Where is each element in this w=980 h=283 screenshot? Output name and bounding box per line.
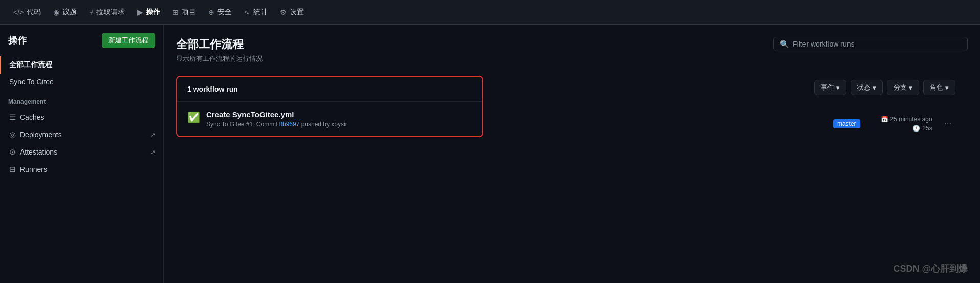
role-filter-button[interactable]: 角色 ▾ [923,80,955,95]
nav-pullrequests[interactable]: ⑂ 拉取请求 [84,5,130,20]
run-row-right: master 📅 25 minutes ago 🕐 25s ··· [508,116,955,132]
sidebar: 操作 新建工作流程 全部工作流程 Sync To Gitee Managemen… [0,25,164,283]
status-filter-button[interactable]: 状态 ▾ [851,80,883,95]
settings-icon: ⚙ [280,8,287,16]
run-duration-row: 🕐 25s [912,125,932,132]
run-time-ago-row: 📅 25 minutes ago [881,116,932,123]
deployments-icon: ◎ [9,130,16,139]
workflow-runs-box: 1 workflow run ✅ Create SyncToGitee.yml … [176,76,483,137]
nav-settings[interactable]: ⚙ 设置 [275,5,309,20]
sidebar-item-runners[interactable]: ⊟ Runners [0,161,163,178]
status-chevron-icon: ▾ [873,84,876,92]
main-content: 全部工作流程 显示所有工作流程的运行情况 🔍 1 workflow run ✅ … [164,25,980,283]
code-icon: </> [13,8,24,16]
filter-workflow-input[interactable] [793,40,961,48]
runs-list-header: 事件 ▾ 状态 ▾ 分支 ▾ 角色 ▾ [508,76,955,101]
attestations-icon: ⊙ [9,147,16,157]
new-workflow-button[interactable]: 新建工作流程 [102,33,155,48]
event-filter-button[interactable]: 事件 ▾ [814,80,846,95]
branch-badge: master [833,119,860,128]
page-layout: 操作 新建工作流程 全部工作流程 Sync To Gitee Managemen… [0,25,980,283]
issues-icon: ◉ [53,8,59,16]
filter-search-box[interactable]: 🔍 [773,37,968,51]
run-more-button[interactable]: ··· [941,117,955,130]
main-title-block: 全部工作流程 显示所有工作流程的运行情况 [176,37,263,63]
nav-code[interactable]: </> 代码 [8,5,46,20]
search-icon: 🔍 [780,40,789,48]
runners-icon: ⊟ [9,165,16,174]
sidebar-item-all-workflows[interactable]: 全部工作流程 [0,56,163,74]
nav-projects[interactable]: ⊞ 项目 [167,5,201,20]
nav-insights[interactable]: ∿ 统计 [239,5,273,20]
sidebar-item-deployments[interactable]: ◎ Deployments ↗ [0,126,163,143]
page-subtitle: 显示所有工作流程的运行情况 [176,54,263,63]
run-commit-link[interactable]: ffb9697 [279,121,300,128]
role-chevron-icon: ▾ [945,84,949,92]
page-title: 全部工作流程 [176,37,263,52]
nav-actions[interactable]: ▶ 操作 [132,5,165,20]
branch-filter-button[interactable]: 分支 ▾ [887,80,919,95]
insights-icon: ∿ [244,8,250,16]
actions-icon: ▶ [137,8,143,16]
top-nav: </> 代码 ◉ 议题 ⑂ 拉取请求 ▶ 操作 ⊞ 项目 ⊕ 安全 ∿ 统计 ⚙… [0,0,980,25]
sidebar-header: 操作 新建工作流程 [0,33,163,56]
sidebar-item-caches[interactable]: ☰ Caches [0,108,163,126]
main-header: 全部工作流程 显示所有工作流程的运行情况 🔍 [176,37,968,63]
caches-icon: ☰ [9,113,16,122]
deployments-external-icon: ↗ [150,132,155,138]
calendar-icon: 📅 [881,116,888,123]
sidebar-item-attestations[interactable]: ⊙ Attestations ↗ [0,143,163,161]
workflow-run-count: 1 workflow run [177,77,482,102]
branch-chevron-icon: ▾ [909,84,912,92]
clock-icon: 🕐 [912,125,920,132]
projects-icon: ⊞ [172,8,179,16]
sidebar-item-sync-to-gitee[interactable]: Sync To Gitee [0,74,163,90]
sidebar-title: 操作 [8,34,27,47]
attestations-external-icon: ↗ [150,149,155,156]
workflow-run-item: ✅ Create SyncToGitee.yml Sync To Gitee #… [177,102,482,136]
run-success-icon: ✅ [187,111,200,123]
content-area: 1 workflow run ✅ Create SyncToGitee.yml … [176,76,968,137]
nav-issues[interactable]: ◉ 议题 [48,5,82,20]
security-icon: ⊕ [208,8,214,16]
event-chevron-icon: ▾ [836,84,840,92]
pr-icon: ⑂ [89,8,93,16]
runs-right-area: 事件 ▾ 状态 ▾ 分支 ▾ 角色 ▾ [495,76,968,137]
nav-security[interactable]: ⊕ 安全 [203,5,237,20]
run-meta: Sync To Gitee #1: Commit ffb9697 pushed … [206,121,347,128]
run-title[interactable]: Create SyncToGitee.yml [206,110,347,119]
run-time-info: 📅 25 minutes ago 🕐 25s [881,116,932,132]
run-info: Create SyncToGitee.yml Sync To Gitee #1:… [206,110,347,128]
sidebar-management-label: Management [0,90,163,108]
